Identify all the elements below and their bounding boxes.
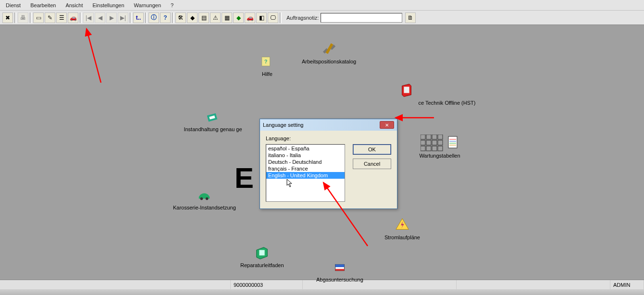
dialog-titlebar[interactable]: Language setting ✕ <box>260 119 397 131</box>
ok-button[interactable]: OK <box>353 144 391 155</box>
toolbar-green2-icon[interactable]: 🚗 <box>245 12 255 23</box>
order-note-input[interactable] <box>321 13 402 23</box>
toolbar-list-icon[interactable]: ☰ <box>56 12 67 23</box>
arbeitsposition-item[interactable]: Arbeitspositionskatalog <box>302 41 356 64</box>
svg-rect-12 <box>421 140 425 145</box>
abgas-label: Abgasuntersuchung <box>316 277 363 283</box>
maintain-icon <box>205 109 221 124</box>
svg-text:?: ? <box>264 59 267 64</box>
hst-label: ce Technik Offline (HST) <box>399 100 495 106</box>
svg-rect-17 <box>426 146 431 151</box>
toolbar-eraser-icon[interactable]: ◧ <box>256 12 267 23</box>
reparatur-label: Reparaturleitfaden <box>240 262 284 268</box>
list-item[interactable]: français - France <box>266 165 345 172</box>
svg-rect-3 <box>404 87 409 93</box>
toolbar-last-icon[interactable]: ▶| <box>118 12 128 23</box>
close-icon[interactable]: ✕ <box>380 121 394 129</box>
svg-rect-14 <box>432 140 437 145</box>
tools-icon <box>322 41 337 57</box>
instand-label: Instandhaltung genau ge <box>162 126 263 132</box>
hst-item[interactable]: ce Technik Offline (HST) <box>399 83 495 106</box>
book-icon <box>399 83 414 98</box>
toolbar-form-icon[interactable]: ▤ <box>198 12 209 23</box>
menu-warnungen[interactable]: Warnungen <box>129 1 166 10</box>
cancel-button[interactable]: Cancel <box>353 159 391 169</box>
toolbar-next-icon[interactable]: ▶ <box>106 12 117 23</box>
svg-rect-20 <box>448 136 457 148</box>
tables-icon <box>421 135 459 151</box>
reparatur-item[interactable]: Reparaturleitfaden <box>240 245 284 268</box>
language-setting-dialog: Language setting ✕ Language: español - E… <box>260 119 397 209</box>
svg-rect-13 <box>426 140 431 145</box>
taskbar <box>0 289 644 295</box>
language-listbox[interactable]: español - España italiano - Italia Deuts… <box>266 144 345 202</box>
status-admin: ADMIN <box>610 280 644 289</box>
status-field-1: 9000000003 <box>231 280 303 289</box>
car-body-icon <box>197 187 212 203</box>
svg-rect-25 <box>260 250 265 255</box>
svg-rect-19 <box>438 146 443 151</box>
toolbar-info-t-icon[interactable]: t.. <box>133 12 144 23</box>
help-icon: ? <box>260 54 275 69</box>
toolbar-prev-icon[interactable]: ◀ <box>95 12 105 23</box>
abgas-item[interactable]: Abgasuntersuchung <box>316 259 363 283</box>
svg-rect-11 <box>438 135 443 139</box>
svg-rect-10 <box>432 135 437 139</box>
toolbar-print-icon[interactable]: 🖶 <box>18 12 28 23</box>
brand-letter: E <box>235 161 252 195</box>
menubar: Dienst Bearbeiten Ansicht Einstellungen … <box>0 0 644 11</box>
list-item-selected[interactable]: English - United Kingdom <box>266 172 345 179</box>
strom-item[interactable]: Stromlaufpläne <box>384 217 420 240</box>
toolbar-close-icon[interactable]: ✖ <box>2 12 13 23</box>
list-item[interactable]: italiano - Italia <box>266 152 345 159</box>
list-item[interactable]: español - España <box>266 145 345 152</box>
repair-book-icon <box>254 245 270 260</box>
language-label: Language: <box>266 135 391 141</box>
menu-ansicht[interactable]: Ansicht <box>61 1 87 10</box>
hilfe-label: Hilfe <box>260 71 275 77</box>
wartung-item[interactable]: Wartungstabellen <box>401 135 478 159</box>
menu-help[interactable]: ? <box>166 1 178 10</box>
lightning-icon <box>395 217 410 233</box>
menu-dienst[interactable]: Dienst <box>1 1 25 10</box>
svg-rect-9 <box>426 135 431 139</box>
toolbar-save-note-icon[interactable]: 🗎 <box>405 12 416 23</box>
toolbar-doc-icon[interactable]: ▭ <box>33 12 44 23</box>
svg-point-7 <box>206 197 209 200</box>
svg-rect-28 <box>335 269 345 271</box>
karosserie-label: Karosserie-Instandsetzung <box>173 205 236 210</box>
menu-bearbeiten[interactable]: Bearbeiten <box>25 1 61 10</box>
toolbar-info-icon[interactable]: ⓘ <box>149 12 159 23</box>
toolbar-first-icon[interactable]: |◀ <box>83 12 94 23</box>
toolbar-warn-icon[interactable]: ⚠ <box>210 12 221 23</box>
toolbar-grid-icon[interactable]: ▦ <box>222 12 232 23</box>
svg-line-29 <box>87 29 101 83</box>
order-note-label: Auftragsnotiz: <box>286 15 319 21</box>
toolbar-edit-icon[interactable]: ✎ <box>45 12 55 23</box>
svg-point-6 <box>200 197 203 200</box>
hilfe-item[interactable]: ? Hilfe <box>260 54 275 77</box>
annotation-arrow-icon <box>82 25 111 87</box>
toolbar: ✖ 🖶 ▭ ✎ ☰ 🚗 |◀ ◀ ▶ ▶| t.. ⓘ ? 🛠 ◆ ▤ ⚠ ▦ … <box>0 11 644 25</box>
toolbar-green1-icon[interactable]: ◆ <box>233 12 244 23</box>
toolbar-car-icon[interactable]: 🚗 <box>68 12 78 23</box>
arbeitsposition-label: Arbeitspositionskatalog <box>302 59 356 64</box>
toolbar-tool2-icon[interactable]: ◆ <box>187 12 198 23</box>
svg-rect-27 <box>335 264 345 267</box>
annotation-arrow-icon <box>393 113 436 123</box>
wartung-label: Wartungstabellen <box>401 153 478 159</box>
workspace: ? Hilfe Arbeitspositionskatalog ce Techn… <box>0 25 644 280</box>
svg-rect-16 <box>421 146 425 151</box>
svg-rect-8 <box>421 135 425 139</box>
strom-label: Stromlaufpläne <box>384 234 420 240</box>
toolbar-tool1-icon[interactable]: 🛠 <box>175 12 186 23</box>
toolbar-question-icon[interactable]: ? <box>160 12 171 23</box>
karosserie-item[interactable]: Karosserie-Instandsetzung <box>173 187 236 210</box>
list-item[interactable]: Deutsch - Deutschland <box>266 159 345 165</box>
svg-rect-18 <box>432 146 437 151</box>
dialog-title: Language setting <box>263 122 303 128</box>
exhaust-icon <box>332 259 347 275</box>
toolbar-monitor-icon[interactable]: 🖵 <box>268 12 278 23</box>
menu-einstellungen[interactable]: Einstellungen <box>87 1 129 10</box>
instand-item[interactable]: Instandhaltung genau ge <box>162 109 263 132</box>
